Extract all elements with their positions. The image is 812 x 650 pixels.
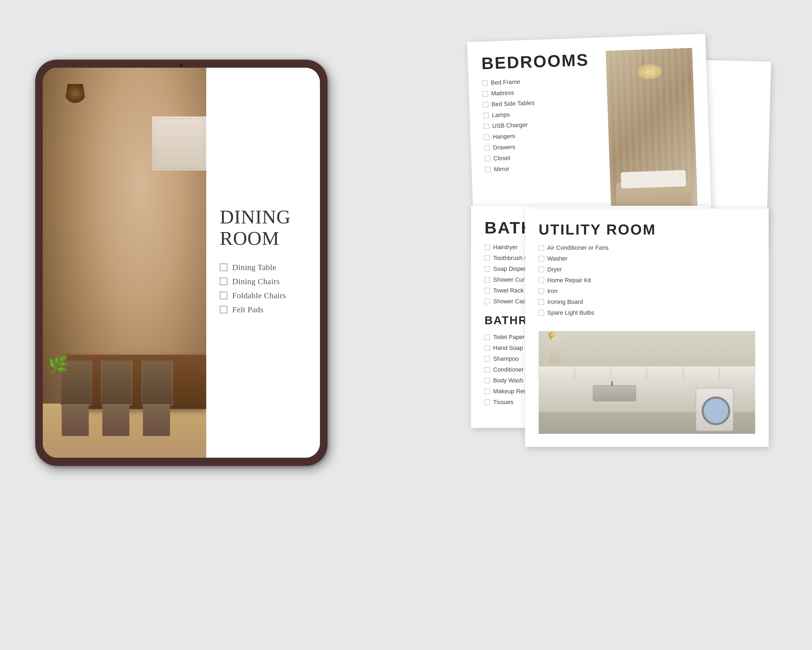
dining-room-title: DINING ROOM [220, 206, 307, 249]
util-item-4: Home Repair Kit [539, 277, 755, 284]
bedrooms-title: BEDROOMS [481, 51, 601, 72]
bedroom-label-4: Lamps [492, 111, 510, 119]
utility-title: UTILITY ROOM [539, 222, 755, 237]
bath2-label-3: Shampoo [493, 355, 519, 362]
bedroom-item-4: Lamps [483, 108, 603, 119]
util-label-2: Washer [547, 255, 568, 262]
bedroom-item-7: Drawers [484, 140, 604, 151]
utility-photo: 🌾 [539, 331, 755, 434]
bath-cb-6[interactable] [484, 299, 490, 304]
tablet-body: DINING ROOM Dining Table Dining Chairs F… [35, 60, 328, 466]
util-cb-6[interactable] [539, 299, 544, 305]
tablet-screen: DINING ROOM Dining Table Dining Chairs F… [43, 68, 320, 458]
bedroom-cb-4[interactable] [483, 113, 489, 118]
bath2-cb-6[interactable] [484, 388, 490, 394]
tablet-device: DINING ROOM Dining Table Dining Chairs F… [35, 60, 328, 466]
util-label-7: Spare Light Bulbs [547, 309, 594, 317]
bedroom-cb-2[interactable] [482, 91, 488, 97]
checkbox-2[interactable] [220, 278, 227, 285]
bedroom-label-6: Hangers [493, 133, 515, 141]
bedroom-cb-6[interactable] [484, 134, 490, 140]
util-item-2: Washer [539, 255, 755, 262]
bedroom-item-9: Mirror [485, 162, 604, 173]
util-cb-7[interactable] [539, 310, 544, 315]
util-cb-1[interactable] [539, 245, 544, 251]
bedroom-cb-7[interactable] [484, 145, 490, 151]
util-item-7: Spare Light Bulbs [539, 309, 755, 317]
bedroom-cb-3[interactable] [483, 102, 488, 107]
bedroom-cb-5[interactable] [484, 124, 489, 129]
bath2-cb-5[interactable] [484, 378, 490, 383]
tablet-camera [179, 63, 183, 67]
utility-content: UTILITY ROOM Air Conditioner or Fans Was… [539, 222, 755, 326]
bedroom-item-3: Bed Side Tables [483, 97, 602, 108]
bedroom-label-9: Mirror [494, 165, 510, 173]
util-cb-5[interactable] [539, 288, 544, 294]
bath2-cb-4[interactable] [484, 367, 490, 372]
bedroom-item-5: USB Charger [484, 119, 603, 130]
bath-cb-3[interactable] [484, 266, 490, 272]
bath-label-5: Towel Rack [493, 287, 524, 294]
room-lamp [59, 84, 92, 109]
checklist-item-3: Foldable Chairs [220, 291, 307, 300]
bath2-label-2: Hand Soap [493, 344, 523, 352]
util-item-3: Dryer [539, 266, 755, 273]
bedroom-item-2: Mattress [482, 86, 602, 97]
bath2-label-4: Conditioner [493, 366, 524, 373]
utility-card: UTILITY ROOM Air Conditioner or Fans Was… [525, 208, 769, 447]
bath2-cb-3[interactable] [484, 356, 490, 362]
bath2-label-7: Tissues [493, 399, 513, 406]
room-plant [48, 355, 70, 387]
util-label-4: Home Repair Kit [547, 277, 591, 284]
bedroom-label-5: USB Charger [492, 121, 528, 130]
util-item-1: Air Conditioner or Fans [539, 244, 755, 251]
bath-cb-2[interactable] [484, 255, 490, 261]
bedroom-label-2: Mattress [491, 89, 514, 97]
screen-content-panel: DINING ROOM Dining Table Dining Chairs F… [206, 68, 320, 458]
checkbox-1[interactable] [220, 263, 227, 271]
util-cb-2[interactable] [539, 256, 544, 262]
bedroom-item-8: Closet [485, 151, 604, 162]
checklist-label-4: Felt Pads [232, 305, 263, 314]
cards-stack: BEDROOMS Bed Frame Mattress Bed Side Tab… [471, 38, 769, 607]
util-cb-3[interactable] [539, 267, 544, 272]
checklist-item-4: Felt Pads [220, 305, 307, 314]
bath-cb-4[interactable] [484, 277, 490, 283]
util-item-5: Iron [539, 288, 755, 295]
utility-washer [696, 388, 734, 431]
bath2-cb-1[interactable] [484, 335, 490, 340]
bedroom-cb-1[interactable] [482, 80, 488, 86]
bath2-label-5: Body Wash [493, 377, 524, 384]
bedroom-label-3: Bed Side Tables [491, 99, 534, 108]
bedroom-cb-8[interactable] [485, 156, 490, 162]
checkbox-4[interactable] [220, 306, 227, 314]
screen-photo-panel [43, 68, 206, 458]
checklist-label-2: Dining Chairs [232, 277, 280, 286]
bath2-cb-7[interactable] [484, 399, 490, 405]
bath-cb-1[interactable] [484, 245, 490, 250]
checklist-label-1: Dining Table [232, 263, 276, 272]
bedroom-label-8: Closet [493, 154, 510, 162]
bath2-cb-2[interactable] [484, 345, 490, 351]
util-label-3: Dryer [547, 266, 562, 273]
checkbox-3[interactable] [220, 292, 227, 299]
bedroom-label-1: Bed Frame [491, 78, 520, 86]
checklist-label-3: Foldable Chairs [232, 291, 286, 300]
util-label-1: Air Conditioner or Fans [547, 244, 609, 251]
bath2-label-1: Toilet Paper [493, 334, 525, 341]
bath-label-1: Hairdryer [493, 244, 517, 251]
checklist-item-2: Dining Chairs [220, 277, 307, 286]
util-label-6: Ironing Board [547, 298, 583, 306]
checklist-item-1: Dining Table [220, 263, 307, 272]
bedroom-label-7: Drawers [493, 144, 515, 151]
scene: DINING ROOM Dining Table Dining Chairs F… [27, 27, 785, 623]
util-cb-4[interactable] [539, 278, 544, 283]
bedroom-item-1: Bed Frame [482, 75, 601, 86]
room-chair-2 [99, 360, 132, 436]
room-cabinet [152, 116, 206, 171]
bedroom-cb-9[interactable] [485, 167, 491, 173]
room-chair-3 [140, 360, 173, 436]
bath-cb-5[interactable] [484, 288, 490, 293]
util-item-6: Ironing Board [539, 298, 755, 306]
bedroom-item-6: Hangers [484, 130, 603, 141]
